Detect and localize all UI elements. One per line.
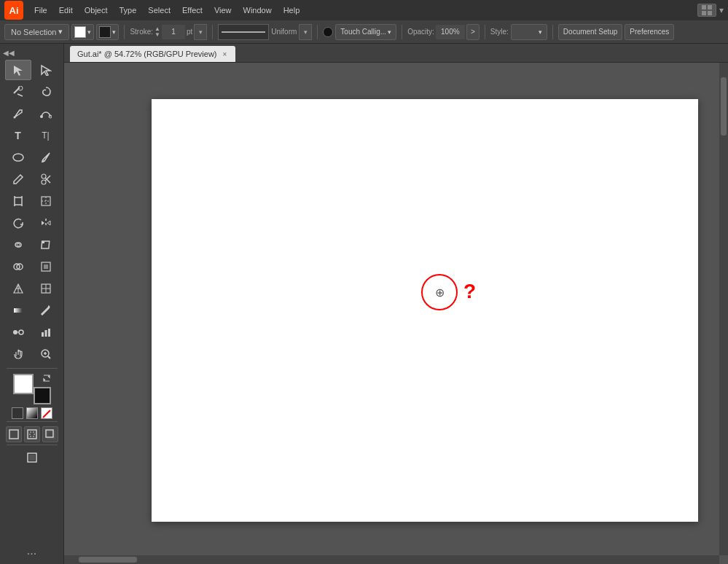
eyedropper-tool-btn[interactable] [33,300,59,321]
change-screen-mode-btn[interactable] [19,447,45,468]
warp-tool-btn[interactable] [5,235,31,255]
menu-edit[interactable]: Edit [54,4,78,17]
tools-row-2 [0,82,64,102]
stroke-color-swatch[interactable] [34,387,51,404]
free-transform-tool-btn[interactable] [33,235,59,255]
draw-behind-btn[interactable] [42,426,58,442]
hscrollbar-thumb[interactable] [79,557,137,563]
stroke-spinner[interactable]: ▲ ▼ [154,26,160,38]
svg-point-11 [42,160,44,162]
menu-file[interactable]: File [29,4,52,17]
uniform-dropdown-btn[interactable]: ▾ [299,24,312,40]
lasso-tool-btn[interactable] [33,82,59,102]
selection-tool-btn[interactable] [5,60,31,80]
none-swatch-btn[interactable] [41,407,52,419]
opacity-more-btn[interactable]: > [466,24,480,40]
document-setup-btn[interactable]: Document Setup [558,24,623,40]
gradient-tool-btn[interactable] [5,300,31,321]
svg-rect-50 [28,430,36,439]
svg-point-8 [40,115,43,118]
tools-row-12 [0,300,64,321]
live-paint-tool-btn[interactable] [33,256,59,277]
stroke-weight-input[interactable] [162,25,185,39]
touch-type-tool-btn[interactable]: T| [33,125,59,146]
tools-row-13 [0,322,64,342]
shape-builder-tool-btn[interactable] [5,256,31,277]
draw-normal-btn[interactable] [6,426,22,442]
pencil-tool-btn[interactable] [5,169,31,189]
horizontal-scrollbar[interactable] [64,555,719,564]
magic-wand-tool-btn[interactable] [5,82,31,102]
preferences-btn[interactable]: Preferences [625,24,674,40]
drawing-mode-row [6,426,58,442]
sep4 [402,25,402,39]
paintbrush-tool-btn[interactable] [33,147,59,168]
stroke-color-btn[interactable]: ▾ [96,24,119,40]
menu-type[interactable]: Type [114,4,142,17]
menu-object[interactable]: Object [79,4,113,17]
svg-rect-43 [44,330,47,337]
menu-effect[interactable]: Effect [177,4,208,17]
stroke-group: Stroke: ▲ ▼ pt ▾ [130,24,207,40]
stroke-profile-btn[interactable] [218,24,269,40]
document-tab[interactable]: Gut.ai* @ 54.72% (RGB/GPU Preview) × [70,46,235,62]
perspective-grid-tool-btn[interactable] [5,278,31,299]
fill-color-swatch[interactable] [13,374,34,394]
tab-title: Gut.ai* @ 54.72% (RGB/GPU Preview) [77,50,217,58]
brush-select-btn[interactable]: Touch Callig... ▾ [335,24,396,40]
rotate-tool-btn[interactable] [5,213,31,233]
hand-tool-btn[interactable] [5,344,31,364]
menu-window[interactable]: Window [238,4,277,17]
profile-group: Uniform ▾ [218,24,312,40]
color-default-btn[interactable] [12,407,23,419]
zoom-tool-btn[interactable] [33,344,59,364]
svg-line-46 [48,356,50,359]
gradient-swatch-btn[interactable] [26,407,38,419]
workspace-icon[interactable] [697,4,716,17]
svg-point-10 [13,154,23,161]
ellipse-tool-btn[interactable] [5,147,31,168]
more-tools-btn[interactable]: ··· [19,547,45,561]
svg-rect-16 [15,197,22,205]
curvature-tool-btn[interactable] [33,103,59,124]
style-dropdown-btn[interactable]: ▾ [511,24,547,40]
mesh-tool-btn[interactable] [33,278,59,299]
swap-colors-btn[interactable] [42,374,51,383]
direct-selection-tool-btn[interactable] [33,60,59,80]
sep2 [212,25,213,39]
column-graph-tool-btn[interactable] [33,322,59,342]
draw-inside-btn[interactable] [24,426,40,442]
menu-select[interactable]: Select [143,4,176,17]
menu-help[interactable]: Help [278,4,305,17]
opacity-input[interactable] [436,25,465,39]
reflect-tool-btn[interactable] [33,213,59,233]
ai-logo: Ai [4,1,23,20]
tools-row-10 [0,256,64,277]
vscrollbar-thumb[interactable] [721,77,727,136]
artboard-tool-btn[interactable] [5,191,31,211]
svg-point-7 [13,117,15,119]
vertical-scrollbar[interactable] [719,63,728,555]
svg-rect-49 [9,430,18,439]
tab-close-btn[interactable]: × [222,50,229,59]
canvas-viewport[interactable]: ⊕ ? [64,63,728,564]
type-tool-btn[interactable]: T [5,125,31,146]
menubar: Ai File Edit Object Type Select Effect V… [0,0,728,20]
svg-rect-51 [30,432,34,436]
tools-row-4: T T| [0,125,64,146]
svg-rect-37 [14,308,23,313]
tools-row-8 [0,213,64,233]
menu-view[interactable]: View [209,4,237,17]
blend-tool-btn[interactable] [5,322,31,342]
scissors-tool-btn[interactable] [33,169,59,189]
cursor-circle: ⊕ [421,274,458,310]
tools-collapse-btn[interactable]: ◀◀ [0,47,63,58]
stroke-options-btn[interactable]: ▾ [194,24,207,40]
options-bar: No Selection ▾ ▾ ▾ Stroke: ▲ ▼ pt ▾ Unif… [0,20,728,44]
svg-rect-3 [708,11,712,15]
no-selection-dropdown[interactable]: No Selection ▾ [4,24,69,40]
pen-tool-btn[interactable] [5,103,31,124]
slice-tool-btn[interactable] [33,191,59,211]
svg-line-4 [14,87,20,93]
fill-color-btn[interactable]: ▾ [71,24,94,40]
